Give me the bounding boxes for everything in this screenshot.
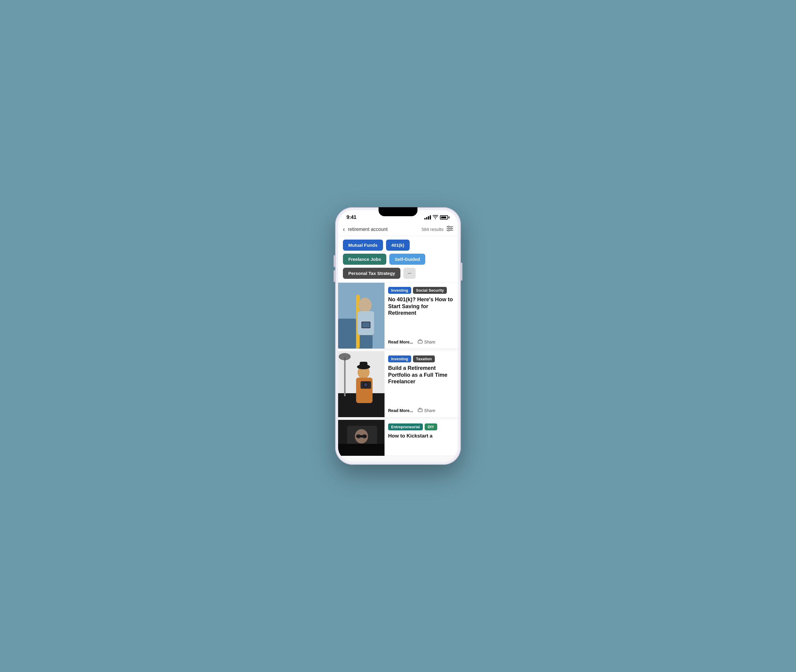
- chip-more[interactable]: ···: [403, 268, 416, 279]
- article-title-1: No 401(k)? Here's How to Start Saving fo…: [388, 296, 454, 317]
- share-button-1[interactable]: Share: [418, 339, 435, 344]
- svg-rect-28: [360, 362, 368, 368]
- article-card-2: Investing Taxation Build a Retirement Po…: [338, 351, 458, 418]
- volume-up-button[interactable]: [334, 255, 335, 267]
- chip-self-guided[interactable]: Self-Guided: [389, 254, 425, 265]
- svg-point-21: [339, 353, 351, 360]
- phone-frame: 9:41: [335, 207, 461, 465]
- article-footer-1: Read More... Share: [388, 339, 454, 344]
- svg-point-3: [448, 226, 449, 227]
- volume-down-button[interactable]: [334, 270, 335, 282]
- article-image-1: [338, 283, 385, 349]
- svg-point-4: [451, 228, 452, 229]
- wifi-icon: [433, 215, 438, 220]
- svg-rect-15: [362, 322, 370, 328]
- share-button-2[interactable]: Share: [418, 408, 435, 413]
- article-title-3: How to Kickstart a: [388, 433, 454, 439]
- article-3-tags: Entrepreneurial DIY: [388, 424, 454, 430]
- search-query-text: retirement account: [348, 227, 419, 232]
- chip-401k[interactable]: 401(k): [386, 240, 410, 251]
- chip-personal-tax-strategy[interactable]: Personal Tax Strategy: [343, 268, 400, 279]
- article-content-2: Investing Taxation Build a Retirement Po…: [385, 351, 458, 417]
- status-time: 9:41: [347, 214, 356, 221]
- svg-rect-36: [338, 444, 385, 456]
- tag-taxation[interactable]: Taxation: [413, 355, 435, 362]
- tag-investing-1[interactable]: Investing: [388, 287, 411, 294]
- notch: [379, 210, 417, 216]
- article-title-2: Build a Retirement Portfolio as a Full T…: [388, 365, 454, 385]
- chip-mutual-funds[interactable]: Mutual Funds: [343, 240, 383, 251]
- search-bar: ‹ retirement account 584 results: [338, 223, 458, 236]
- svg-point-35: [362, 434, 366, 438]
- read-more-2[interactable]: Read More...: [388, 408, 413, 413]
- tag-social-security[interactable]: Social Security: [413, 287, 447, 294]
- article-image-2: [338, 351, 385, 417]
- article-footer-2: Read More... Share: [388, 408, 454, 413]
- phone-screen: 9:41: [338, 210, 458, 462]
- filter-button[interactable]: [446, 226, 453, 233]
- article-1-tags: Investing Social Security: [388, 287, 454, 294]
- svg-point-34: [356, 434, 361, 438]
- article-content-1: Investing Social Security No 401(k)? Her…: [385, 283, 458, 349]
- article-image-3: [338, 420, 385, 456]
- svg-rect-8: [338, 318, 356, 349]
- power-button[interactable]: [461, 262, 462, 281]
- filter-chips-container: Mutual Funds 401(k) Freelance Jobs Self-…: [338, 236, 458, 283]
- battery-icon: [440, 215, 449, 219]
- svg-rect-16: [418, 341, 422, 343]
- share-label-2: Share: [424, 408, 435, 413]
- signal-icon: [424, 215, 431, 219]
- tag-diy[interactable]: DIY: [425, 424, 437, 430]
- article-2-tags: Investing Taxation: [388, 355, 454, 362]
- svg-point-26: [364, 383, 368, 387]
- back-button[interactable]: ‹: [343, 226, 345, 233]
- share-icon-2: [418, 408, 422, 413]
- svg-rect-29: [418, 409, 422, 412]
- read-more-1[interactable]: Read More...: [388, 339, 413, 344]
- chip-freelance-jobs[interactable]: Freelance Jobs: [343, 254, 386, 265]
- results-count: 584 results: [422, 227, 444, 232]
- svg-point-5: [448, 230, 449, 231]
- article-content-3: Entrepreneurial DIY How to Kickstart a: [385, 420, 458, 456]
- share-icon-1: [418, 339, 422, 344]
- tag-entrepreneurial[interactable]: Entrepreneurial: [388, 424, 423, 430]
- articles-list: Investing Social Security No 401(k)? Her…: [338, 283, 458, 462]
- tag-investing-2[interactable]: Investing: [388, 355, 411, 362]
- article-card-3: Entrepreneurial DIY How to Kickstart a: [338, 420, 458, 456]
- status-icons: [424, 215, 449, 220]
- svg-rect-20: [344, 357, 345, 396]
- svg-point-12: [358, 298, 372, 313]
- article-card-1: Investing Social Security No 401(k)? Her…: [338, 283, 458, 349]
- share-label-1: Share: [424, 339, 435, 344]
